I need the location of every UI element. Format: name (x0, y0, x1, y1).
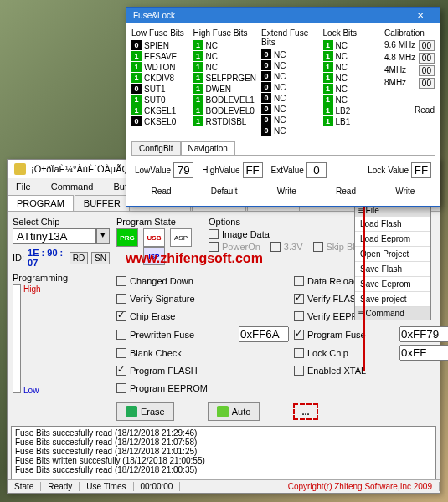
fuse-bit-box[interactable]: 0 (261, 93, 271, 103)
fuse-bit-box[interactable]: 1 (323, 62, 333, 72)
chip-erase-check[interactable] (116, 311, 126, 321)
fuse-bit-box[interactable]: 1 (193, 95, 203, 105)
fuse-bit-label: NC (274, 94, 286, 103)
lock-write-button[interactable]: Write (395, 187, 415, 196)
fuse-bit-box[interactable]: 1 (131, 51, 142, 61)
chevron-down-icon[interactable]: ▾ (96, 228, 110, 244)
fuse-bit-box[interactable]: 0 (261, 60, 271, 70)
right-menu: ≡ File Load FlashLoad EepromOpen Project… (354, 203, 431, 320)
fuse-bit-label: NC (274, 126, 286, 136)
fuse-bit-label: EESAVE (144, 52, 177, 61)
lock-read-button[interactable]: Read (336, 187, 356, 196)
fuse-bit-box[interactable]: 1 (193, 40, 203, 50)
tab-configbit[interactable]: ConfigBit (131, 141, 181, 155)
lock-chip-input[interactable] (399, 345, 448, 361)
menu-item[interactable]: Load Eeprom (355, 232, 430, 247)
menu-item[interactable]: Save project (355, 292, 430, 307)
program-fuse-input[interactable] (399, 326, 448, 342)
lockvalue-input[interactable] (411, 162, 431, 178)
blank-check-check[interactable] (116, 348, 126, 358)
verify-eeprom-check[interactable] (294, 311, 304, 321)
prewritten-fuse-check[interactable] (116, 330, 126, 340)
highvalue-label: HighValue (202, 166, 239, 175)
program-fuse-check[interactable] (294, 330, 304, 340)
menu-file[interactable]: File (11, 180, 36, 193)
data-reload-check[interactable] (294, 276, 304, 286)
menu-item[interactable]: Save Flash (355, 262, 430, 277)
more-button[interactable]: ... (293, 403, 317, 420)
erase-button[interactable]: Erase (116, 402, 174, 421)
command-menu-header[interactable]: ≡ Command (355, 307, 430, 320)
verify-flash-check[interactable] (294, 294, 304, 304)
cal-read-button[interactable]: Read (384, 105, 435, 115)
chip-combo[interactable] (13, 228, 96, 244)
watermark: www.zhifengsoft.com (126, 251, 263, 266)
fuse-bit-box[interactable]: 0 (261, 104, 271, 114)
fuse-bit-box[interactable]: 1 (193, 62, 203, 72)
fuse-bit-box[interactable]: 1 (131, 62, 142, 72)
fuse-bit-label: NC (274, 83, 286, 92)
tab-program[interactable]: PROGRAM (8, 195, 74, 211)
tab-buffer[interactable]: BUFFER (75, 195, 130, 211)
menu-command[interactable]: Command (46, 180, 99, 193)
verify-sig-check[interactable] (116, 294, 126, 304)
changed-down-check[interactable] (116, 276, 126, 286)
fuse-bit-box[interactable]: 0 (131, 116, 142, 126)
fuse-bit-box[interactable]: 1 (323, 40, 333, 50)
fuse-bit-box[interactable]: 0 (131, 84, 142, 94)
fuse-bit-box[interactable]: 1 (193, 51, 203, 61)
lowvalue-input[interactable] (173, 162, 193, 178)
lock-chip-check[interactable] (294, 348, 304, 358)
fuse-bit-box[interactable]: 1 (323, 116, 333, 126)
fuse-bit-label: CKSEL0 (144, 117, 176, 126)
fuse-bit-box[interactable]: 0 (261, 49, 271, 59)
fuse-bit-box[interactable]: 1 (131, 95, 142, 105)
close-icon[interactable]: ✕ (408, 11, 433, 20)
fuse-bit-box[interactable]: 1 (323, 84, 333, 94)
auto-button[interactable]: Auto (208, 402, 260, 421)
fuse-write-button[interactable]: Write (277, 187, 296, 196)
log-line: Fuse Bits succesfully read (18/12/2018 2… (15, 428, 432, 438)
fuse-bit-box[interactable]: 0 (261, 82, 271, 92)
prewritten-fuse-input[interactable] (239, 326, 289, 342)
menu-item[interactable]: Load Flash (355, 217, 430, 232)
fuse-titlebar[interactable]: Fuse&Lock ✕ (126, 8, 440, 23)
fuse-bit-label: NC (274, 105, 286, 114)
fuse-bit-box[interactable]: 0 (131, 40, 142, 50)
enabled-xtal-check[interactable] (294, 366, 304, 376)
image-data-check[interactable] (209, 229, 219, 239)
fuse-bit-box[interactable]: 0 (261, 71, 271, 81)
fuse-bit-box[interactable]: 1 (323, 95, 333, 105)
fuse-bit-box[interactable]: 1 (193, 116, 203, 126)
fuse-bit-box[interactable]: 1 (323, 105, 333, 115)
fuse-bit-box[interactable]: 1 (193, 73, 203, 83)
fuse-bit-box[interactable]: 0 (261, 115, 271, 125)
fuse-title-text: Fuse&Lock (133, 11, 175, 20)
tab-navigation[interactable]: Navigation (181, 141, 235, 155)
fuse-bit-label: SUT1 (144, 85, 166, 94)
fuse-bit-box[interactable]: 1 (131, 73, 142, 83)
sn-button[interactable]: SN (91, 252, 110, 264)
menu-item[interactable]: Save Eeprom (355, 277, 430, 292)
program-flash-check[interactable] (116, 366, 126, 376)
fuse-bit-box[interactable]: 1 (131, 105, 142, 115)
program-eeprom-check[interactable] (116, 383, 126, 393)
cal-value: 00 (419, 40, 435, 51)
log-line: Fuse Bits written succesfully (18/12/201… (15, 456, 432, 465)
rd-button[interactable]: RD (70, 252, 88, 264)
log-panel[interactable]: Fuse Bits succesfully read (18/12/2018 2… (11, 426, 436, 479)
extvalue-input[interactable] (306, 162, 327, 178)
fuse-default-button[interactable]: Default (211, 187, 238, 196)
fuse-bit-box[interactable]: 0 (261, 126, 271, 136)
highvalue-input[interactable] (243, 162, 263, 178)
fuse-bit-box[interactable]: 1 (193, 84, 203, 94)
skip-blank-check[interactable] (313, 242, 323, 252)
menu-item[interactable]: Open Project (355, 247, 430, 262)
fuse-bit-label: LB1 (336, 117, 351, 126)
fuse-bit-box[interactable]: 1 (323, 51, 333, 61)
fuse-bit-box[interactable]: 1 (193, 105, 203, 115)
fuse-bit-label: NC (205, 52, 217, 61)
annotation-arrow (363, 181, 365, 371)
fuse-read-button[interactable]: Read (152, 187, 172, 196)
fuse-bit-box[interactable]: 1 (323, 73, 333, 83)
